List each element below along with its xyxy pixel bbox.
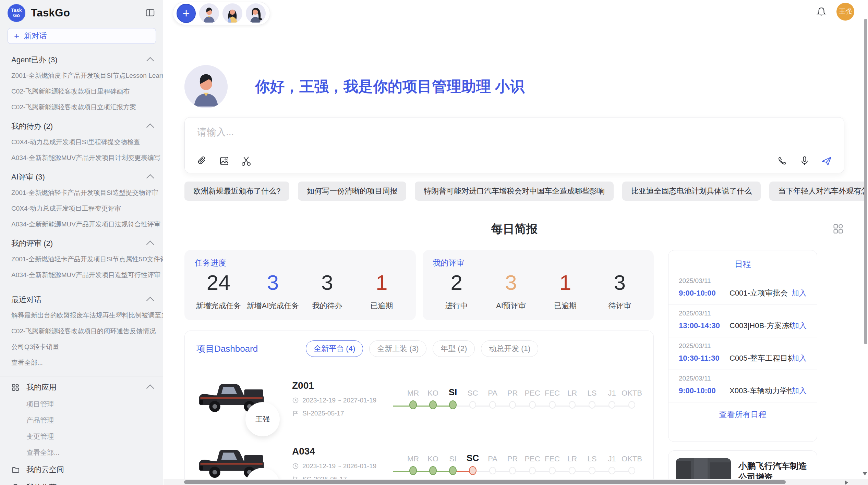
stat-value: 3 [267, 272, 279, 293]
sidebar-collapse-icon[interactable] [144, 7, 156, 18]
suggestion-chip[interactable]: 当下年轻人对汽车外观有怎样的喜好趋势 [769, 182, 864, 201]
suggestion-chip[interactable]: 欧洲新规最近颁布了什么? [184, 182, 289, 201]
sidebar-item[interactable]: A034-全新新能源MUV产品开发项目造型可行性评审 [0, 267, 163, 283]
stat-label: 已逾期 [554, 301, 577, 311]
sidebar-item[interactable]: Z001-全新燃油轻卡产品开发项目SI节点属性5D文件评审 [0, 251, 163, 267]
event-date: 2025/03/11 [679, 342, 807, 350]
sidebar-item-cloud-space[interactable]: 我的云空间 [0, 461, 163, 478]
event-title: C001-立项审批会 [730, 288, 792, 298]
user-avatar[interactable]: 王强 [836, 3, 854, 21]
sidebar-item[interactable]: C02-飞腾新能源轻客改款项目里程碑画布 [0, 84, 163, 99]
event-date: 2025/03/11 [679, 375, 807, 382]
app-item[interactable]: 项目管理 [0, 396, 163, 412]
app-item[interactable]: 产品管理 [0, 412, 163, 428]
add-agent-button[interactable]: + [177, 4, 196, 23]
new-chat-button[interactable]: + 新对话 [8, 28, 156, 44]
notification-bell-icon[interactable] [816, 6, 827, 17]
dashboard-tab[interactable]: 年型 (2) [433, 340, 475, 357]
stat-value: 3 [321, 272, 333, 293]
divider [0, 376, 163, 376]
send-icon[interactable] [821, 155, 832, 167]
event-time: 13:00-14:30 [679, 321, 730, 330]
sidebar-item[interactable]: Z001-全新燃油皮卡产品开发项目SI节点Lesson Learn报告 [0, 68, 163, 84]
stat-value: 24 [207, 272, 230, 293]
attachment-icon[interactable] [196, 155, 208, 167]
join-button[interactable]: 加入 [792, 321, 807, 331]
sidebar-item[interactable]: C0X4-动力总成开发项目工程变更评审 [0, 201, 163, 216]
logo-line1: Task [11, 8, 22, 13]
phone-call-icon[interactable] [777, 155, 788, 167]
dashboard-header: 项目Dashboard 全新平台 (4)全新上装 (3)年型 (2)动总开发 (… [196, 340, 642, 357]
join-button[interactable]: 加入 [792, 353, 807, 363]
section-label: Agent已办 (3) [11, 55, 58, 65]
suggestion-chip[interactable]: 比亚迪全固态电池计划具体说了什么 [622, 182, 761, 201]
clock-icon [292, 397, 299, 404]
recent-view-all-link[interactable]: 查看全部... [0, 355, 163, 371]
image-icon[interactable] [218, 155, 230, 167]
project-row[interactable]: 王强 A034 2023-12-19 ~ 2026-01-19 [196, 440, 642, 485]
clock-icon [292, 463, 299, 470]
stat-value: 1 [376, 272, 387, 293]
chevron-up-icon [146, 124, 154, 132]
dashboard-tab[interactable]: 动总开发 (1) [481, 340, 538, 357]
sidebar-item[interactable]: A034-全新新能源MUV产品开发项目法规符合性评审 [0, 216, 163, 232]
recent-chat-item[interactable]: C02-飞腾新能源轻客改款项目的闭环通告反馈情况 [0, 323, 163, 339]
card-title: 任务进度 [195, 258, 226, 268]
project-vehicle-image: 王强 [196, 440, 270, 485]
vertical-scrollbar-thumb[interactable] [864, 19, 867, 344]
section-ai-review[interactable]: AI评审 (3) [0, 166, 163, 185]
sidebar-item-favorites[interactable]: 我的收藏 [0, 478, 163, 485]
dashboard-tab[interactable]: 全新上装 (3) [369, 340, 426, 357]
milestone-label: KO [427, 452, 438, 463]
agent-avatar[interactable] [199, 3, 219, 23]
join-button[interactable]: 加入 [792, 386, 807, 396]
stat-label: AI预评审 [496, 301, 526, 311]
app-item[interactable]: 变更管理 [0, 428, 163, 445]
milestone-node [569, 467, 576, 474]
sidebar-item[interactable]: A034-全新新能源MUV产品开发项目计划变更表编写 [0, 150, 163, 166]
view-all-schedule-link[interactable]: 查看所有日程 [668, 402, 817, 427]
stats-row: 任务进度 24 新增完成任务 3 [184, 250, 654, 320]
milestone: OKTB [622, 452, 642, 475]
stat-item: 3 待评审 [592, 272, 647, 311]
milestone-node [489, 401, 496, 409]
project-owner-badge: 王强 [245, 402, 280, 436]
apps-view-all-link[interactable]: 查看全部... [0, 445, 163, 461]
scroll-right-arrow[interactable] [845, 480, 848, 485]
suggestion-chip[interactable]: 特朗普可能对进口汽车增税会对中国车企造成哪些影响 [415, 182, 614, 201]
scroll-down-arrow[interactable] [863, 472, 867, 475]
section-agent-done[interactable]: Agent已办 (3) [0, 49, 163, 68]
agent-avatar[interactable] [222, 3, 242, 23]
project-info: A034 2023-12-19 ~ 2026-01-19 SC-2025-05-… [292, 446, 391, 483]
project-milestone-flag: SI-2025-05-17 [302, 410, 344, 417]
join-button[interactable]: 加入 [792, 288, 807, 298]
sidebar-item[interactable]: C02-飞腾新能源轻客改款项目立项汇报方案 [0, 99, 163, 115]
recent-chat-item[interactable]: 解释最新出台的欧盟报废车法规再生塑料比例被调至15%... [0, 308, 163, 323]
milestone-label: LS [588, 452, 597, 463]
sidebar-header: Task Go TaskGo [0, 0, 163, 25]
sidebar-item[interactable]: Z001-全新燃油轻卡产品开发项目SI造型提交物评审 [0, 185, 163, 201]
stat-label: 新增完成任务 [196, 301, 241, 311]
cloud-space-label: 我的云空间 [26, 464, 64, 475]
scissors-icon[interactable] [240, 155, 252, 167]
stat-item: 1 已逾期 [354, 272, 409, 311]
section-label: 最近对话 [11, 295, 41, 305]
layout-grid-icon[interactable] [832, 223, 844, 235]
milestone-node [608, 467, 615, 474]
message-input[interactable] [196, 126, 832, 138]
microphone-icon[interactable] [799, 155, 810, 167]
project-row[interactable]: 王强 Z001 2023-12-19 ~ 2027-01-19 [196, 375, 642, 423]
section-my-todo[interactable]: 我的待办 (2) [0, 115, 163, 134]
sidebar-item-my-apps[interactable]: 我的应用 [0, 378, 163, 396]
dashboard-tabs: 全新平台 (4)全新上装 (3)年型 (2)动总开发 (1) [306, 340, 538, 357]
stat-item: 1 已逾期 [538, 272, 593, 311]
sidebar-item[interactable]: C0X4-动力总成开发项目SI里程碑提交物检查 [0, 134, 163, 150]
agent-avatar[interactable] [246, 3, 266, 23]
section-my-review[interactable]: 我的评审 (2) [0, 232, 163, 251]
horizontal-scrollbar-thumb[interactable] [184, 480, 786, 484]
section-recent-chats[interactable]: 最近对话 [0, 283, 163, 308]
dashboard-tab[interactable]: 全新平台 (4) [306, 340, 363, 357]
composer-toolbar [196, 155, 832, 167]
suggestion-chip[interactable]: 如何写一份清晰的项目周报 [298, 182, 406, 201]
recent-chat-item[interactable]: 公司Q3轻卡销量 [0, 339, 163, 355]
